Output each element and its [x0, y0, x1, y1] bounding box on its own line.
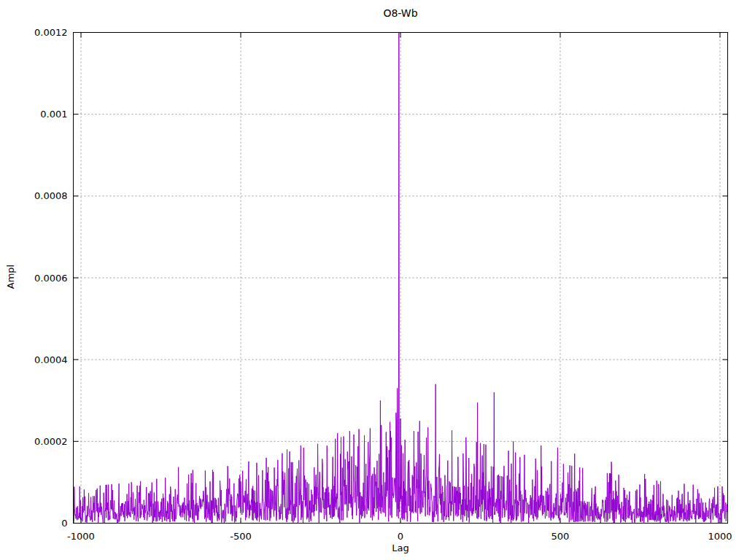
x-tick-label: 0 [398, 531, 403, 542]
y-tick-label: 0.0006 [34, 273, 68, 284]
x-tick-label: 500 [551, 531, 570, 542]
chart-window: -1000-5000500100000.00020.00040.00060.00… [0, 0, 747, 560]
y-axis-label: Ampl [5, 248, 16, 306]
y-tick-label: 0.0012 [34, 27, 68, 38]
y-tick-label: 0.001 [40, 109, 67, 120]
y-tick-label: 0 [61, 518, 67, 529]
x-axis-label: Lag [73, 542, 728, 553]
x-tick-label: -500 [230, 531, 252, 542]
y-tick-label: 0.0002 [34, 436, 68, 447]
x-tick-label: 1000 [708, 531, 732, 542]
chart-canvas: -1000-5000500100000.00020.00040.00060.00… [0, 0, 747, 560]
y-tick-label: 0.0008 [34, 190, 68, 201]
y-tick-label: 0.0004 [34, 354, 68, 365]
x-tick-label: -1000 [67, 531, 95, 542]
chart-title: O8-Wb [73, 7, 728, 19]
